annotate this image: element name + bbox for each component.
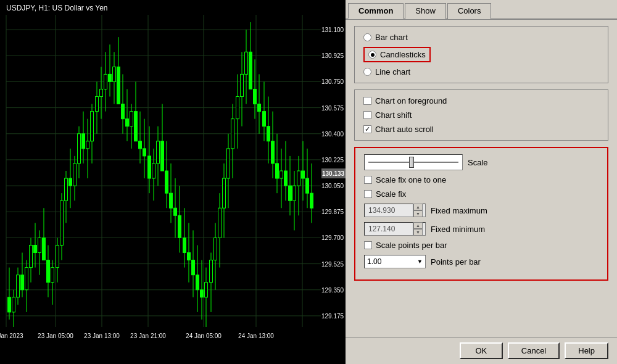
radio-bar-label: Bar chart [375,33,408,42]
checkbox-fix-item[interactable]: Scale fix [364,189,598,199]
checkbox-autoscroll-icon [363,125,371,133]
fixed-max-spin-down[interactable]: ▼ [413,210,423,217]
checkbox-points-item[interactable]: Scale points per bar [364,241,598,250]
candlestick-chart[interactable] [0,0,346,364]
tab-colors[interactable]: Colors [447,3,492,19]
help-button[interactable]: Help [565,342,608,359]
chart-type-section: Bar chart Candlesticks Line chart [354,26,608,83]
checkbox-autoscroll-label: Chart auto scroll [375,125,434,134]
scale-label: Scale [468,158,488,167]
chart-title: USDJPY, H1: US Dollar vs Yen [2,1,112,15]
tab-bar: Common Show Colors [346,0,617,20]
fixed-max-spinner[interactable]: ▲ ▼ [413,204,423,217]
checkbox-fix-one-icon [364,176,372,184]
scale-section: Scale Scale fix one to one Scale fix 134… [354,147,608,281]
fixed-min-value: 127.140 [367,225,413,233]
radio-candlesticks-icon [368,51,376,59]
chart-options-section: Chart on foreground Chart shift Chart au… [354,89,608,141]
radio-candlesticks[interactable]: Candlesticks [363,47,599,62]
points-per-bar-input[interactable]: 1.00 ▼ [364,255,426,268]
tab-common[interactable]: Common [348,3,404,19]
fixed-min-label: Fixed minimum [431,225,485,234]
checkbox-autoscroll-item[interactable]: Chart auto scroll [363,125,599,134]
checkbox-fix-icon [364,190,372,198]
bottom-button-bar: OK Cancel Help [346,337,617,364]
fixed-min-spin-up[interactable]: ▲ [413,222,423,229]
radio-bar-chart[interactable]: Bar chart [363,33,599,42]
checkbox-fix-label: Scale fix [376,189,406,199]
ok-button[interactable]: OK [460,342,503,359]
radio-line-label: Line chart [375,67,410,77]
checkbox-fix-one-item[interactable]: Scale fix one to one [364,175,598,184]
chart-type-group: Bar chart Candlesticks Line chart [363,33,599,77]
points-per-bar-row: 1.00 ▼ Points per bar [364,255,598,268]
cancel-button[interactable]: Cancel [508,342,560,359]
checkbox-foreground-label: Chart on foreground [375,96,447,105]
scale-slider-row: Scale [364,154,598,170]
checkbox-shift-icon [363,111,371,119]
settings-panel: Common Show Colors Bar chart Candlestick… [346,0,617,364]
checkbox-points-label: Scale points per bar [376,241,447,250]
checkbox-points-icon [364,241,372,249]
points-dropdown-arrow: ▼ [417,259,423,265]
fixed-min-spinner[interactable]: ▲ ▼ [413,222,423,236]
fixed-max-label: Fixed maximum [431,206,487,215]
slider-track [368,162,458,163]
fixed-max-input[interactable]: 134.930 ▲ ▼ [364,204,426,217]
fixed-min-input[interactable]: 127.140 ▲ ▼ [364,222,426,236]
checkbox-shift-item[interactable]: Chart shift [363,110,599,120]
radio-bar-icon [363,33,371,41]
scale-slider[interactable] [364,154,463,170]
radio-line-icon [363,68,371,76]
fixed-max-row: 134.930 ▲ ▼ Fixed maximum [364,204,598,217]
fixed-min-spin-down[interactable]: ▼ [413,229,423,236]
radio-candlesticks-label: Candlesticks [380,50,426,59]
fixed-max-spin-up[interactable]: ▲ [413,204,423,210]
chart-area: USDJPY, H1: US Dollar vs Yen [0,0,346,364]
points-per-bar-value: 1.00 [367,257,381,266]
slider-thumb[interactable] [409,157,414,168]
points-per-bar-label: Points per bar [431,257,481,267]
tab-show[interactable]: Show [405,3,446,19]
panel-content: Bar chart Candlesticks Line chart [346,20,617,337]
checkbox-fix-one-label: Scale fix one to one [376,175,446,184]
checkbox-foreground-item[interactable]: Chart on foreground [363,96,599,105]
fixed-max-value: 134.930 [367,206,413,215]
radio-line-chart[interactable]: Line chart [363,67,599,77]
checkbox-shift-label: Chart shift [375,110,412,120]
checkbox-foreground-icon [363,97,371,105]
fixed-min-row: 127.140 ▲ ▼ Fixed minimum [364,222,598,236]
